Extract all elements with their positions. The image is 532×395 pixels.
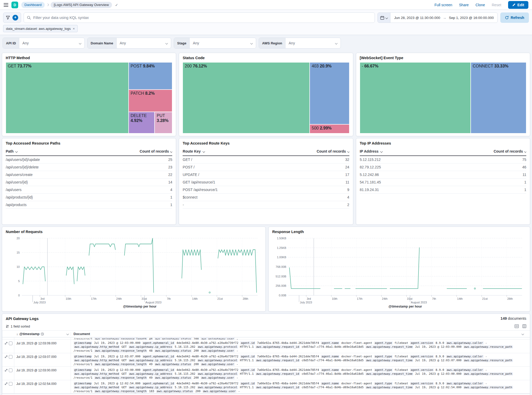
select-row-checkbox[interactable] [9,382,12,386]
saved-check-icon[interactable]: ✓ [115,3,118,7]
edit-button[interactable]: Edit [508,1,528,9]
row-count: 25 [133,158,172,162]
document-column-header[interactable]: Document [71,332,530,336]
control-aws-region[interactable]: AWS RegionAny [259,38,341,49]
row-count: 17 [310,173,349,177]
svg-text:July 2023: July 2023 [34,301,46,304]
space-avatar[interactable]: D [11,2,18,8]
treemap-tile-DELETE[interactable]: DELETE 4.92% [129,112,155,133]
share-button[interactable]: Share [459,3,469,7]
svg-text:10th: 10th [332,297,337,300]
clone-button[interactable]: Clone [475,3,485,7]
row-key: /api/users/{id}/update [6,158,133,162]
control-label: API ID [3,38,19,48]
treemap-tile-PUT[interactable]: PUT 3.28% [155,112,172,133]
pencil-icon [512,3,516,6]
column-header[interactable]: IP Address [360,149,487,153]
log-row-partial: @timestamp Jul 19, 2023 @ 12:03:09.000 a… [2,337,530,340]
expand-document-icon[interactable] [5,369,8,372]
menu-icon[interactable] [4,3,8,7]
row-key: 54.71.181.45 [360,180,487,184]
select-row-checkbox[interactable] [9,355,12,359]
breadcrumb-page-title[interactable]: [Logs AWS] API Gateway Overview [51,2,112,8]
chevron-down-icon [524,150,526,153]
treemap-panel: Status Code200 76.12%403 20.9%500 2.99% [179,53,353,136]
log-timestamp: Jul 19, 2023 @ 12:03:07.000 [14,353,71,366]
sort-desc-icon: ↓ [16,332,18,336]
panel-title: Top Accessed Resource Paths [6,141,172,146]
kql-search-input[interactable] [33,16,371,20]
control-api-id[interactable]: API IDAny [3,38,85,49]
sort-fields-button[interactable]: 1 field sorted [6,324,30,328]
table-panel: Top Accessed Resource PathsPathCount of … [2,138,176,225]
breadcrumb-dashboard[interactable]: Dashboard [21,2,45,8]
treemap-tile-500[interactable]: 500 2.99% [310,124,349,133]
column-header-count[interactable]: Count of records [310,149,349,153]
column-header[interactable]: Path [6,149,133,153]
treemap-tile-POST[interactable]: POST 9.84% [129,62,172,90]
expand-document-icon[interactable] [5,382,8,385]
svg-text:August 2023: August 2023 [145,301,162,304]
date-range-end[interactable]: Sep 1, 2023 @ 16:00:00.000 [449,16,494,20]
date-range-start[interactable]: Jun 28, 2023 @ 11:30:00.000 [394,16,440,20]
control-value[interactable]: Any [285,41,335,45]
svg-text:256.00B: 256.00B [276,284,286,287]
treemap-tile-200[interactable]: 200 76.12% [183,62,310,133]
treemap-row: HTTP MethodGET 73.77%POST 9.84%PATCH 8.2… [2,53,530,136]
filter-pill[interactable]: data_stream.dataset: aws.apigateway_logs… [3,25,78,32]
timestamp-column-header[interactable]: ↓ @timestamp [14,332,71,336]
column-header-count[interactable]: Count of records [487,149,526,153]
svg-text:21st: 21st [482,297,488,300]
select-row-checkbox[interactable] [9,342,12,345]
refresh-button[interactable]: Refresh [500,12,529,23]
expand-document-icon[interactable] [5,342,8,345]
control-value[interactable]: Any [117,41,166,45]
date-quick-select[interactable] [378,13,390,23]
remove-filter-icon[interactable]: × [73,27,75,31]
refresh-icon [505,16,509,19]
dashboard-controls: API IDAnyDomain NameAnyStageAnyAWS Regio… [3,38,529,49]
column-header-count[interactable]: Count of records [133,149,172,153]
tables-row: Top Accessed Resource PathsPathCount of … [2,138,530,225]
filter-controls[interactable]: + [3,12,21,23]
column-header[interactable]: Route Key [183,149,310,153]
control-label: AWS Region [259,38,285,48]
chevron-down-icon [522,333,524,335]
svg-text:17th: 17th [357,297,362,300]
svg-text:7th: 7th [167,297,171,300]
add-filter-icon[interactable]: + [12,15,18,21]
full-screen-button[interactable]: Full screen [435,3,452,7]
table-row: GET /api/resource/111 [183,179,349,186]
full-screen-grid-icon[interactable] [522,324,526,328]
treemap-tile--[interactable]: - 66.67% [360,62,471,133]
row-key: GET /api/resource/1 [183,180,310,184]
log-timestamp: Jul 19, 2023 @ 12:03:00.000 [14,367,71,380]
chevron-down-icon [380,150,383,153]
select-row-checkbox[interactable] [9,369,12,372]
treemap-tile-CONNECT[interactable]: CONNECT 33.33% [471,62,526,133]
control-stage[interactable]: StageAny [174,38,256,49]
row-key: 82.79.12.225 [360,165,487,169]
treemap-tile-403[interactable]: 403 20.9% [310,62,349,124]
control-domain-name[interactable]: Domain NameAny [87,38,171,49]
filter-funnel-icon[interactable] [6,16,10,19]
table-row: 81.19.24.311 [360,186,526,194]
control-value[interactable]: Any [190,41,251,45]
logs-grid-header: ↓ @timestamp Document [2,330,530,337]
expand-document-icon[interactable] [5,355,8,358]
display-options-icon[interactable] [515,324,519,328]
row-count: 11 [310,180,349,184]
treemap: GET 73.77%POST 9.84%PATCH 8.2%DELETE 4.9… [6,62,172,133]
control-value[interactable]: Any [19,41,79,45]
kql-search-bar[interactable] [24,12,375,23]
charts-row: Number of Requests 051015203rd10th17th24… [2,227,530,312]
svg-text:1.25KB: 1.25KB [277,246,286,249]
treemap-tile-GET[interactable]: GET 73.77% [6,62,129,133]
chevron-down-icon [202,150,205,153]
svg-text:3rd: 3rd [307,297,311,300]
treemap-tile-PATCH[interactable]: PATCH 8.2% [129,90,172,112]
table-row: 82.79.12.22546 [360,164,526,171]
log-document: @timestamp Jul 19, 2023 @ 12:03:00.000 a… [74,368,527,380]
log-row: Jul 19, 2023 @ 12:03:00.000@timestamp Ju… [2,367,530,380]
row-count: 46 [487,165,526,169]
